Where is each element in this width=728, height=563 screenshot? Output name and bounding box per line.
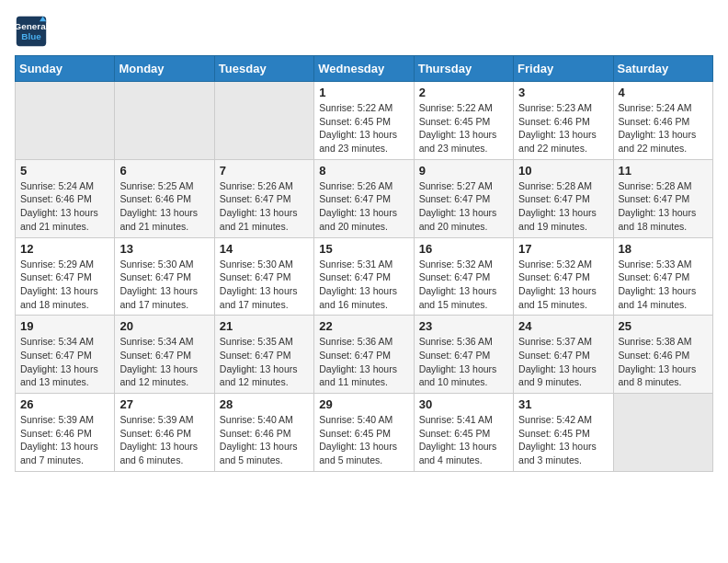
day-info: Sunrise: 5:25 AM Sunset: 6:46 PM Dayligh…: [119, 179, 209, 234]
calendar-cell: 1Sunrise: 5:22 AM Sunset: 6:45 PM Daylig…: [314, 82, 414, 160]
day-number: 20: [119, 319, 209, 333]
day-info: Sunrise: 5:24 AM Sunset: 6:46 PM Dayligh…: [20, 179, 109, 234]
day-info: Sunrise: 5:42 AM Sunset: 6:45 PM Dayligh…: [518, 413, 608, 467]
day-info: Sunrise: 5:33 AM Sunset: 6:47 PM Dayligh…: [619, 258, 708, 312]
day-number: 29: [319, 397, 408, 411]
day-info: Sunrise: 5:28 AM Sunset: 6:47 PM Dayligh…: [518, 179, 608, 234]
weekday-header-row: SundayMondayTuesdayWednesdayThursdayFrid…: [16, 56, 713, 82]
calendar-cell: 19Sunrise: 5:34 AM Sunset: 6:47 PM Dayli…: [16, 316, 115, 394]
day-number: 12: [20, 242, 109, 256]
day-info: Sunrise: 5:40 AM Sunset: 6:45 PM Dayligh…: [319, 413, 408, 467]
day-info: Sunrise: 5:36 AM Sunset: 6:47 PM Dayligh…: [419, 335, 508, 389]
day-number: 22: [319, 319, 408, 333]
weekday-header-monday: Monday: [115, 56, 214, 82]
day-number: 17: [518, 242, 608, 256]
calendar-cell: [613, 394, 712, 472]
day-info: Sunrise: 5:30 AM Sunset: 6:47 PM Dayligh…: [220, 258, 309, 312]
calendar-cell: 12Sunrise: 5:29 AM Sunset: 6:47 PM Dayli…: [16, 237, 115, 316]
day-info: Sunrise: 5:41 AM Sunset: 6:45 PM Dayligh…: [419, 413, 508, 467]
weekday-header-friday: Friday: [514, 56, 613, 82]
calendar-cell: 3Sunrise: 5:23 AM Sunset: 6:46 PM Daylig…: [514, 82, 613, 160]
day-number: 23: [419, 319, 508, 333]
day-number: 24: [518, 319, 608, 333]
day-number: 27: [119, 397, 209, 411]
day-info: Sunrise: 5:34 AM Sunset: 6:47 PM Dayligh…: [119, 335, 209, 389]
calendar-cell: 9Sunrise: 5:27 AM Sunset: 6:47 PM Daylig…: [414, 159, 513, 237]
calendar-cell: 13Sunrise: 5:30 AM Sunset: 6:47 PM Dayli…: [115, 237, 214, 316]
calendar-cell: 16Sunrise: 5:32 AM Sunset: 6:47 PM Dayli…: [414, 237, 513, 316]
day-number: 6: [119, 164, 209, 178]
calendar-cell: 2Sunrise: 5:22 AM Sunset: 6:45 PM Daylig…: [414, 82, 513, 160]
calendar-cell: 11Sunrise: 5:28 AM Sunset: 6:47 PM Dayli…: [613, 159, 712, 237]
calendar-cell: 5Sunrise: 5:24 AM Sunset: 6:46 PM Daylig…: [16, 159, 115, 237]
day-number: 16: [419, 242, 508, 256]
calendar-cell: 25Sunrise: 5:38 AM Sunset: 6:46 PM Dayli…: [613, 316, 712, 394]
day-info: Sunrise: 5:35 AM Sunset: 6:47 PM Dayligh…: [220, 335, 309, 389]
calendar-cell: 29Sunrise: 5:40 AM Sunset: 6:45 PM Dayli…: [314, 394, 414, 472]
day-info: Sunrise: 5:38 AM Sunset: 6:46 PM Dayligh…: [619, 335, 708, 389]
day-number: 4: [619, 86, 708, 99]
day-info: Sunrise: 5:36 AM Sunset: 6:47 PM Dayligh…: [319, 335, 408, 389]
day-info: Sunrise: 5:34 AM Sunset: 6:47 PM Dayligh…: [20, 335, 109, 389]
day-info: Sunrise: 5:32 AM Sunset: 6:47 PM Dayligh…: [419, 258, 508, 312]
day-info: Sunrise: 5:22 AM Sunset: 6:45 PM Dayligh…: [319, 101, 408, 155]
day-info: Sunrise: 5:37 AM Sunset: 6:47 PM Dayligh…: [518, 335, 608, 389]
day-info: Sunrise: 5:39 AM Sunset: 6:46 PM Dayligh…: [20, 413, 109, 467]
calendar-cell: 24Sunrise: 5:37 AM Sunset: 6:47 PM Dayli…: [514, 316, 613, 394]
weekday-header-tuesday: Tuesday: [214, 56, 313, 82]
calendar-week-4: 19Sunrise: 5:34 AM Sunset: 6:47 PM Dayli…: [16, 316, 713, 394]
calendar-cell: 31Sunrise: 5:42 AM Sunset: 6:45 PM Dayli…: [514, 394, 613, 472]
calendar-cell: 21Sunrise: 5:35 AM Sunset: 6:47 PM Dayli…: [214, 316, 313, 394]
day-info: Sunrise: 5:29 AM Sunset: 6:47 PM Dayligh…: [20, 258, 109, 312]
day-number: 31: [518, 397, 608, 411]
calendar-cell: 23Sunrise: 5:36 AM Sunset: 6:47 PM Dayli…: [414, 316, 513, 394]
day-number: 26: [20, 397, 109, 411]
day-number: 1: [319, 86, 408, 99]
day-info: Sunrise: 5:24 AM Sunset: 6:46 PM Dayligh…: [619, 101, 708, 155]
weekday-header-sunday: Sunday: [16, 56, 115, 82]
weekday-header-wednesday: Wednesday: [314, 56, 414, 82]
calendar-cell: 30Sunrise: 5:41 AM Sunset: 6:45 PM Dayli…: [414, 394, 513, 472]
day-info: Sunrise: 5:26 AM Sunset: 6:47 PM Dayligh…: [220, 179, 309, 234]
day-info: Sunrise: 5:39 AM Sunset: 6:46 PM Dayligh…: [119, 413, 209, 467]
day-info: Sunrise: 5:23 AM Sunset: 6:46 PM Dayligh…: [518, 101, 608, 155]
day-info: Sunrise: 5:30 AM Sunset: 6:47 PM Dayligh…: [119, 258, 209, 312]
day-info: Sunrise: 5:26 AM Sunset: 6:47 PM Dayligh…: [319, 179, 408, 234]
calendar-cell: 10Sunrise: 5:28 AM Sunset: 6:47 PM Dayli…: [514, 159, 613, 237]
svg-text:Blue: Blue: [21, 31, 41, 41]
calendar-cell: 22Sunrise: 5:36 AM Sunset: 6:47 PM Dayli…: [314, 316, 414, 394]
day-number: 10: [518, 164, 608, 178]
calendar-week-5: 26Sunrise: 5:39 AM Sunset: 6:46 PM Dayli…: [16, 394, 713, 472]
calendar-cell: 20Sunrise: 5:34 AM Sunset: 6:47 PM Dayli…: [115, 316, 214, 394]
calendar-week-3: 12Sunrise: 5:29 AM Sunset: 6:47 PM Dayli…: [16, 237, 713, 316]
day-number: 28: [220, 397, 309, 411]
calendar-cell: [115, 82, 214, 160]
calendar-cell: 15Sunrise: 5:31 AM Sunset: 6:47 PM Dayli…: [314, 237, 414, 316]
calendar-cell: [214, 82, 313, 160]
calendar-cell: 4Sunrise: 5:24 AM Sunset: 6:46 PM Daylig…: [613, 82, 712, 160]
day-info: Sunrise: 5:32 AM Sunset: 6:47 PM Dayligh…: [518, 258, 608, 312]
day-number: 5: [20, 164, 109, 178]
day-number: 18: [619, 242, 708, 256]
page-header: General Blue: [15, 15, 713, 48]
calendar-cell: [16, 82, 115, 160]
weekday-header-saturday: Saturday: [613, 56, 712, 82]
day-info: Sunrise: 5:28 AM Sunset: 6:47 PM Dayligh…: [619, 179, 708, 234]
day-info: Sunrise: 5:31 AM Sunset: 6:47 PM Dayligh…: [319, 258, 408, 312]
day-number: 7: [220, 164, 309, 178]
calendar-table: SundayMondayTuesdayWednesdayThursdayFrid…: [15, 55, 713, 472]
calendar-cell: 27Sunrise: 5:39 AM Sunset: 6:46 PM Dayli…: [115, 394, 214, 472]
calendar-week-1: 1Sunrise: 5:22 AM Sunset: 6:45 PM Daylig…: [16, 82, 713, 160]
day-info: Sunrise: 5:22 AM Sunset: 6:45 PM Dayligh…: [419, 101, 508, 155]
calendar-cell: 14Sunrise: 5:30 AM Sunset: 6:47 PM Dayli…: [214, 237, 313, 316]
day-number: 25: [619, 319, 708, 333]
day-info: Sunrise: 5:40 AM Sunset: 6:46 PM Dayligh…: [220, 413, 309, 467]
day-number: 30: [419, 397, 508, 411]
svg-text:General: General: [15, 21, 48, 31]
weekday-header-thursday: Thursday: [414, 56, 513, 82]
calendar-cell: 18Sunrise: 5:33 AM Sunset: 6:47 PM Dayli…: [613, 237, 712, 316]
day-number: 21: [220, 319, 309, 333]
calendar-cell: 8Sunrise: 5:26 AM Sunset: 6:47 PM Daylig…: [314, 159, 414, 237]
day-number: 14: [220, 242, 309, 256]
calendar-cell: 7Sunrise: 5:26 AM Sunset: 6:47 PM Daylig…: [214, 159, 313, 237]
